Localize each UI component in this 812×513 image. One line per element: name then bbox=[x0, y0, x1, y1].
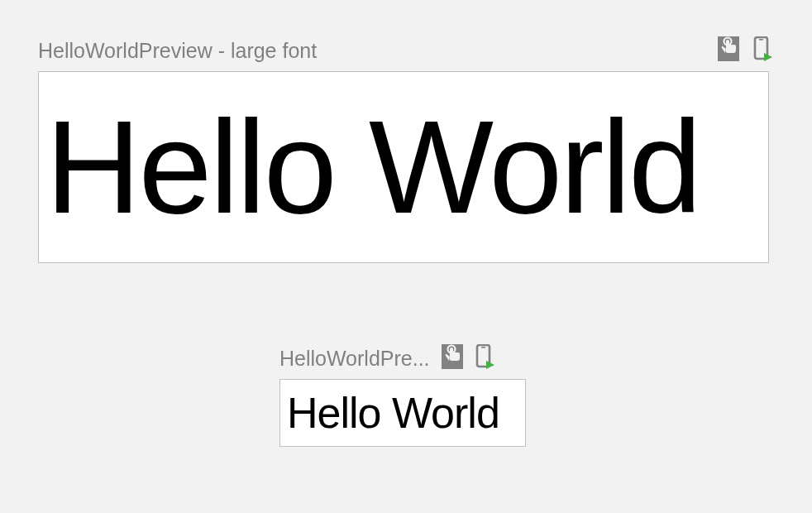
preview-frame-small[interactable]: Hello World bbox=[279, 379, 526, 447]
deploy-device-icon bbox=[752, 36, 774, 65]
preview-block-large: HelloWorldPreview - large font bbox=[38, 38, 774, 263]
preview-frame-large[interactable]: Hello World bbox=[38, 71, 769, 263]
interactive-mode-button[interactable] bbox=[442, 346, 463, 371]
interactive-mode-button[interactable] bbox=[718, 38, 739, 63]
hand-tap-icon bbox=[442, 344, 463, 372]
preview-block-small: HelloWorldPre... bbox=[279, 346, 526, 447]
deploy-to-device-button[interactable] bbox=[752, 38, 774, 63]
preview-header: HelloWorldPreview - large font bbox=[38, 38, 774, 63]
preview-actions bbox=[718, 38, 774, 63]
preview-canvas: HelloWorldPreview - large font bbox=[0, 0, 812, 513]
preview-content-text: Hello World bbox=[45, 101, 700, 233]
svg-rect-3 bbox=[759, 39, 763, 41]
svg-rect-7 bbox=[481, 347, 485, 348]
deploy-to-device-button[interactable] bbox=[475, 346, 496, 371]
preview-title-label: HelloWorldPre... bbox=[279, 347, 430, 371]
preview-header: HelloWorldPre... bbox=[279, 346, 526, 371]
deploy-device-icon bbox=[475, 344, 496, 372]
hand-tap-icon bbox=[718, 36, 739, 65]
preview-title-label: HelloWorldPreview - large font bbox=[38, 39, 317, 63]
preview-content-text: Hello World bbox=[287, 391, 499, 434]
